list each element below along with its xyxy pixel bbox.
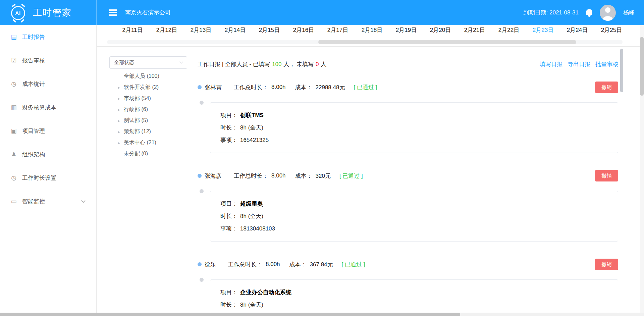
- caret-right-icon[interactable]: ▸: [118, 129, 124, 134]
- date-tab[interactable]: 2月24日: [560, 26, 594, 34]
- page-vertical-scrollbar-track: [640, 25, 644, 313]
- cost-value: 22988.48元: [316, 84, 345, 91]
- caret-right-icon[interactable]: ▸: [118, 118, 124, 123]
- sidebar-menu-item[interactable]: ◷ 成本统计: [0, 72, 96, 96]
- tree-item-label: 全部人员 (100): [124, 73, 159, 80]
- project-row: 项目：企业办公自动化系统: [220, 286, 608, 299]
- matter-label: 事项：: [220, 137, 237, 143]
- notification-bell-icon[interactable]: [586, 8, 592, 17]
- report-entry: 项目：创联TMS 时长：8h (全天) 事项：165421325: [210, 102, 618, 153]
- caret-right-icon[interactable]: ▸: [118, 85, 124, 90]
- employee-status-dot-icon: [198, 262, 202, 266]
- tree-item-label: 市场部 (54): [124, 95, 151, 102]
- project-value: 超级里奥: [240, 201, 263, 207]
- date-tab[interactable]: 2月21日: [458, 26, 492, 34]
- tree-item-label: 软件开发部 (2): [124, 84, 159, 91]
- action-link[interactable]: 批量审核: [595, 60, 618, 68]
- date-tab[interactable]: 2月22日: [492, 26, 526, 34]
- date-tab[interactable]: 2月14日: [218, 26, 252, 34]
- date-tab[interactable]: 2月19日: [389, 26, 423, 34]
- tree-item[interactable]: ▸ 测试部 (5): [118, 115, 198, 126]
- cost-label: 成本：: [295, 84, 312, 91]
- caret-right-icon[interactable]: ▸: [118, 107, 124, 112]
- sidebar-menu-item[interactable]: ▤ 工时报告: [0, 25, 96, 49]
- date-tab[interactable]: 2月12日: [150, 26, 184, 34]
- audit-check-icon: ☑: [10, 57, 17, 64]
- hours-label: 工作总时长：: [234, 172, 268, 180]
- hours-value: 8.00h: [271, 172, 286, 179]
- sidebar-menu-item[interactable]: ▣ 项目管理: [0, 119, 96, 143]
- report-block: 徐乐 工作总时长： 8.00h 成本： 367.84元 [ 已通过 ] 撤销: [198, 259, 618, 313]
- caret-right-icon[interactable]: ▸: [118, 96, 124, 101]
- revoke-button[interactable]: 撤销: [595, 170, 618, 181]
- matter-row: 事项：18130408103: [220, 222, 608, 235]
- project-briefcase-icon: ▣: [10, 127, 17, 135]
- revoke-button[interactable]: 撤销: [595, 259, 618, 270]
- sidebar-item-label: 工作时长设置: [22, 174, 56, 182]
- project-row: 项目：创联TMS: [220, 109, 608, 121]
- tree-item[interactable]: ▸ 策划部 (12): [118, 126, 198, 137]
- project-value: 创联TMS: [240, 112, 264, 118]
- cost-label: 成本：: [289, 261, 307, 268]
- employee-name: 张林霄: [205, 84, 222, 91]
- date-tab[interactable]: 2月17日: [321, 26, 355, 34]
- caret-right-icon[interactable]: ▸: [118, 141, 124, 145]
- report-block: 张林霄 工作总时长： 8.00h 成本： 22988.48元 [ 已通过 ] 撤…: [198, 82, 618, 153]
- date-tab[interactable]: 2月25日: [594, 26, 629, 34]
- sidebar-menu-item[interactable]: ♟ 组织架构: [0, 143, 96, 166]
- sidebar-menu-item[interactable]: ☑ 报告审核: [0, 49, 96, 72]
- filled-count: 100: [272, 61, 281, 67]
- project-label: 项目：: [220, 112, 237, 118]
- action-link[interactable]: 导出日报: [568, 60, 590, 68]
- page-horizontal-scrollbar-thumb[interactable]: [0, 313, 460, 316]
- action-link[interactable]: 填写日报: [540, 60, 562, 68]
- revoke-button[interactable]: 撤销: [595, 82, 618, 93]
- user-avatar[interactable]: [600, 5, 616, 21]
- project-value: 企业办公自动化系统: [240, 289, 291, 296]
- report-header: 张海彦 工作总时长： 8.00h 成本： 320元 [ 已通过 ] 撤销: [198, 170, 618, 181]
- status-filter-select[interactable]: 全部状态: [109, 56, 187, 69]
- list-scrollbar-thumb[interactable]: [620, 49, 623, 92]
- cost-stats-clock-icon: ◷: [10, 80, 17, 88]
- sidebar-item-label: 智能监控: [22, 198, 45, 205]
- date-tab[interactable]: 2月11日: [115, 26, 150, 34]
- tree-item[interactable]: ▸ 美术中心 (21): [118, 137, 198, 148]
- company-name: 南京火石演示公司: [125, 9, 171, 16]
- duration-label: 时长：: [220, 213, 237, 219]
- sidebar-menu-item[interactable]: ▭ 智能监控: [0, 190, 96, 213]
- date-tab[interactable]: 2月20日: [423, 26, 458, 34]
- date-tab[interactable]: 2月15日: [252, 26, 286, 34]
- hours-label: 工作总时长：: [228, 261, 262, 268]
- date-tab[interactable]: 2月23日: [526, 26, 560, 34]
- date-tab[interactable]: 2月18日: [355, 26, 389, 34]
- tree-item[interactable]: ▸ 市场部 (54): [118, 93, 198, 104]
- monitor-icon: ▭: [10, 198, 17, 205]
- timeline-dot-icon: [200, 101, 204, 105]
- user-name[interactable]: 杨峰: [623, 9, 635, 16]
- menu-hamburger-icon[interactable]: [109, 9, 117, 16]
- tree-item[interactable]: ▸ 未分配 (0): [118, 148, 198, 159]
- sidebar-menu-item[interactable]: ▥ 财务核算成本: [0, 96, 96, 119]
- tree-item[interactable]: ▸ 行政部 (6): [118, 104, 198, 115]
- hours-label: 工作总时长：: [234, 84, 268, 91]
- tree-item-label: 美术中心 (21): [124, 139, 156, 146]
- duration-row: 时长：8h (全天): [220, 210, 608, 222]
- entry-card: 项目：企业办公自动化系统 时长：8h (全天) 事项：: [210, 279, 618, 313]
- work-hours-clock-icon: ◷: [10, 174, 17, 181]
- daily-reports: 张林霄 工作总时长： 8.00h 成本： 22988.48元 [ 已通过 ] 撤…: [198, 82, 618, 313]
- brand: AI 工时管家: [0, 0, 97, 25]
- tree-item[interactable]: ▸ 全部人员 (100): [118, 71, 198, 82]
- date-tab[interactable]: 2月16日: [286, 26, 321, 34]
- sidebar-menu-item[interactable]: ◷ 工作时长设置: [0, 166, 96, 190]
- timeline-dot-icon: [200, 278, 204, 282]
- expiry-date: 到期日期: 2021-08-31: [524, 9, 579, 16]
- date-tab[interactable]: 2月13日: [184, 26, 218, 34]
- date-scrollbar-thumb[interactable]: [318, 40, 576, 44]
- tree-item[interactable]: ▸ 软件开发部 (2): [118, 82, 198, 93]
- date-bar: 2月11日 2月12日 2月13日 2月14日 2月15日 2月16日 2月17…: [97, 25, 644, 47]
- sidebar-item-label: 成本统计: [22, 80, 45, 88]
- sidebar-item-label: 项目管理: [22, 127, 45, 135]
- duration-label: 时长：: [220, 124, 237, 131]
- employee-status-dot-icon: [198, 174, 202, 178]
- page-vertical-scrollbar-thumb[interactable]: [640, 37, 644, 96]
